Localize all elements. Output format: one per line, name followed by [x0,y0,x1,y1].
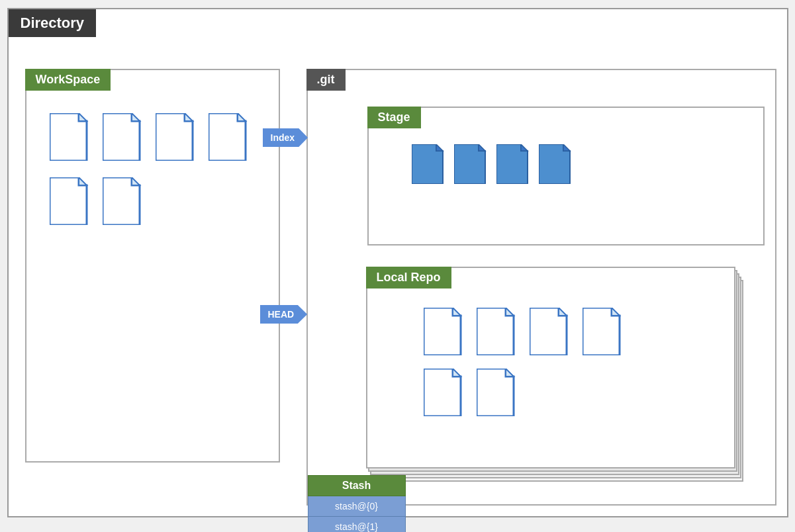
workspace-file-1 [50,113,91,161]
head-arrow-label: HEAD [260,305,308,324]
stage-file-1 [412,144,446,184]
stash-row-1: stash@{1} [308,517,406,532]
local-repo-files-row1 [424,308,624,355]
local-file-3 [530,308,571,355]
svg-marker-19 [563,144,570,151]
workspace-file-6 [103,177,144,225]
stage-files [412,144,573,184]
workspace-files-row1 [50,113,250,161]
workspace-box: WorkSpace [25,69,280,463]
main-container: Directory WorkSpace [7,8,788,517]
workspace-file-2 [103,113,144,161]
svg-marker-3 [132,113,140,121]
svg-marker-11 [132,177,140,185]
svg-marker-25 [559,308,567,316]
git-box: .git Index Stage [306,69,776,506]
svg-marker-9 [79,177,87,185]
git-label: .git [306,69,346,91]
local-repo-files-row2 [424,369,624,416]
svg-marker-31 [506,369,514,377]
local-file-5 [424,369,465,416]
local-file-6 [477,369,518,416]
local-repo-box: Local Repo [366,267,735,468]
head-arrow: HEAD [260,305,308,324]
stage-file-3 [496,144,531,184]
index-arrow: Index [263,128,308,147]
svg-marker-29 [453,369,461,377]
workspace-files [50,113,250,225]
svg-marker-13 [436,144,443,151]
svg-marker-15 [479,144,485,151]
local-file-2 [477,308,518,355]
stash-box: Stash stash@{0} stash@{1} ...... ...... … [308,475,406,532]
workspace-file-4 [209,113,250,161]
svg-marker-7 [238,113,246,121]
local-repo-label: Local Repo [366,267,451,288]
svg-marker-23 [506,308,514,316]
local-repo-files [424,308,624,416]
workspace-label: WorkSpace [25,69,111,91]
svg-marker-1 [79,113,87,121]
stash-row-0: stash@{0} [308,496,406,517]
index-arrow-label: Index [263,128,308,147]
svg-marker-17 [521,144,528,151]
stage-file-4 [539,144,573,184]
svg-marker-5 [185,113,193,121]
workspace-file-3 [156,113,197,161]
workspace-files-row2 [50,177,250,225]
directory-label: Directory [9,9,97,37]
local-file-4 [583,308,624,355]
svg-marker-21 [453,308,461,316]
local-file-1 [424,308,465,355]
stage-box: Stage [367,107,765,245]
stage-label: Stage [367,107,421,128]
svg-marker-27 [612,308,620,316]
stage-file-2 [454,144,489,184]
stash-header: Stash [308,475,406,496]
workspace-file-5 [50,177,91,225]
